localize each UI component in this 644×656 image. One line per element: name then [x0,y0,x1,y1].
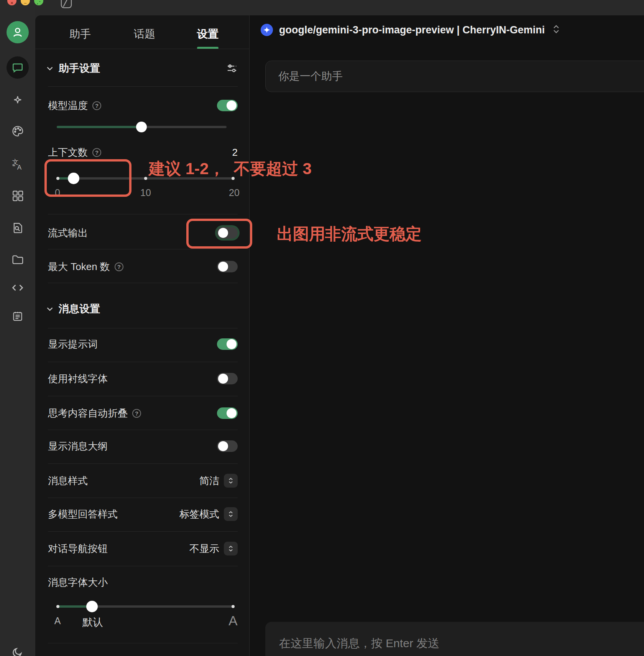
row-context-count: 上下文数 2 [48,145,238,160]
sliders-settings-icon[interactable] [226,63,238,74]
sidebar-item-minapps[interactable] [7,185,29,207]
tab-divider [35,49,250,49]
row-nav-button: 对话导航按钮 不显示 [48,541,238,556]
context-annotation-text: 建议 1-2， 不要超过 3 [149,158,312,180]
sidebar-item-code[interactable] [7,277,29,299]
sparkle-icon [11,93,24,106]
row-message-outline: 显示消息大纲 [48,438,238,454]
collapse-thinking-toggle[interactable] [217,407,238,419]
context-tick-10: 10 [140,187,151,198]
stream-output-label: 流式输出 [48,226,88,240]
context-tick-20: 20 [229,187,240,198]
help-icon[interactable] [92,101,101,110]
font-size-slider-thumb[interactable] [86,601,98,612]
toggle-sidebar-icon[interactable] [60,0,73,11]
row-serif-font: 使用衬线字体 [48,371,238,386]
context-count-label: 上下文数 [48,146,88,159]
sidebar-item-paintings[interactable] [7,120,29,142]
panel-divider [249,15,250,656]
message-style-select[interactable]: 简洁 [199,474,238,488]
chevron-updown-icon [224,542,238,555]
sidebar-item-assistants[interactable] [7,89,29,111]
fullscreen-icon [36,0,41,5]
message-settings-header[interactable]: 消息设置 [45,301,238,316]
translate-icon: 文 A [11,158,24,171]
font-size-max-label: A [228,613,237,628]
multi-model-style-label: 多模型回答样式 [48,508,118,521]
moon-icon [11,646,24,656]
font-size-current-label: 默认 [82,615,103,629]
message-input[interactable]: 在这里输入消息，按 Enter 发送 [265,622,644,656]
chevron-updown-icon [224,507,238,521]
show-prompt-toggle[interactable] [217,338,238,350]
user-avatar[interactable] [7,21,29,43]
notepad-icon [12,310,24,322]
message-style-value: 简洁 [199,474,219,488]
temperature-slider[interactable] [57,126,227,128]
show-prompt-label: 显示提示词 [48,338,98,351]
chevron-down-icon [45,63,55,73]
message-style-label: 消息样式 [48,474,88,488]
temperature-slider-thumb[interactable] [136,122,147,132]
chevron-updown-icon [224,474,238,488]
apps-grid-icon [11,189,24,202]
help-icon[interactable] [115,262,123,271]
row-message-style: 消息样式 简洁 [48,473,238,488]
message-outline-toggle[interactable] [217,440,238,452]
section-title: 消息设置 [59,302,100,316]
app-window: × – [0,0,644,656]
message-outline-label: 显示消息大纲 [48,440,108,453]
gemini-icon [261,24,273,36]
row-temperature: 模型温度 [48,98,238,113]
sidebar-item-knowledge[interactable] [7,217,29,239]
multi-model-style-select[interactable]: 标签模式 [179,507,238,521]
sidebar-item-translate[interactable]: 文 A [7,153,29,175]
section-title: 助手设置 [59,61,100,75]
chat-area-background [250,15,644,656]
help-icon[interactable] [132,409,141,418]
model-chevron-updown-icon [552,24,561,36]
code-icon [11,281,25,295]
font-size-min-label: A [54,615,61,626]
row-collapse-thinking: 思考内容自动折叠 [48,405,238,421]
context-count-value: 2 [232,147,238,158]
max-tokens-toggle[interactable] [217,261,238,272]
serif-font-label: 使用衬线字体 [48,372,108,386]
folder-icon [11,253,24,266]
sidebar-item-chat[interactable] [7,56,29,79]
serif-font-toggle[interactable] [217,373,238,384]
assistant-settings-header[interactable]: 助手设置 [45,61,238,76]
stream-annotation-text: 出图用非流式更稳定 [277,223,422,245]
tab-topics[interactable]: 话题 [134,27,155,41]
font-size-slider[interactable] [57,605,234,608]
nav-button-value: 不显示 [189,542,219,555]
stream-annotation-box [186,219,252,249]
tab-settings[interactable]: 设置 [197,27,219,41]
person-icon [11,26,24,39]
chat-bubble-icon [12,61,24,74]
system-prompt-field[interactable]: 你是一个助手 [265,61,644,92]
temperature-toggle[interactable] [217,100,238,111]
model-selector[interactable]: google/gemini-3-pro-image-preview | Cher… [261,24,561,36]
tab-assistants[interactable]: 助手 [69,27,91,41]
sidebar-item-files[interactable] [7,248,29,270]
chevron-down-icon [45,304,55,314]
nav-button-select[interactable]: 不显示 [189,542,238,555]
file-search-icon [11,221,24,234]
row-multi-model-style: 多模型回答样式 标签模式 [48,506,238,522]
context-annotation-box [44,159,131,197]
sidebar-item-notes[interactable] [7,305,29,327]
max-tokens-label: 最大 Token 数 [48,260,110,274]
help-icon[interactable] [92,148,101,157]
multi-model-style-value: 标签模式 [179,508,219,521]
temperature-label: 模型温度 [48,99,88,112]
collapse-thinking-label: 思考内容自动折叠 [48,407,128,420]
model-name: google/gemini-3-pro-image-preview | Cher… [279,24,545,36]
system-prompt-text: 你是一个助手 [278,69,343,84]
svg-text:A: A [17,164,22,171]
row-font-size: 消息字体大小 [48,575,238,590]
palette-icon [11,125,24,138]
nav-button-label: 对话导航按钮 [48,542,108,555]
row-max-tokens: 最大 Token 数 [48,259,238,274]
zoom-button[interactable] [34,0,43,5]
